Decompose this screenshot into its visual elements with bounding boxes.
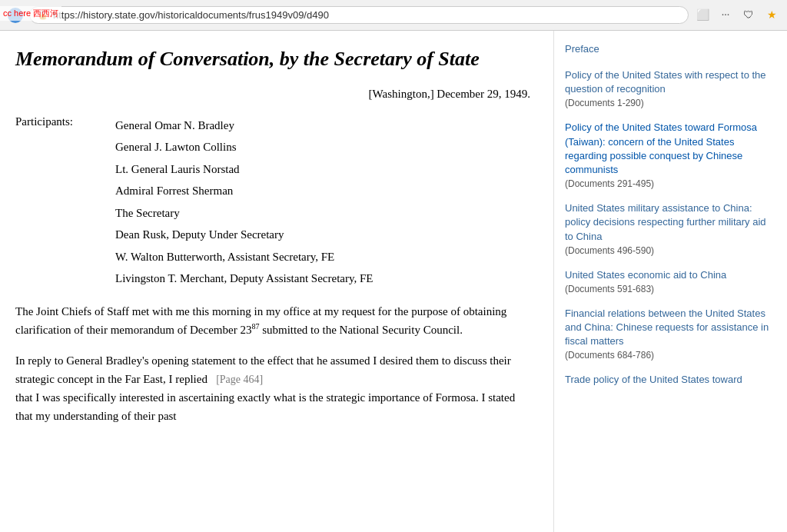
menu-icon[interactable]: ··· (718, 8, 733, 23)
participant-item: Lt. General Lauris Norstad (115, 158, 374, 181)
sidebar-link-item-financial[interactable]: Financial relations between the United S… (565, 307, 776, 349)
sidebar-item-item-recognition: Policy of the United States with respect… (565, 68, 776, 108)
sidebar-link-item-trade[interactable]: Trade policy of the United States toward (565, 373, 776, 387)
sidebar-item-item-financial: Financial relations between the United S… (565, 307, 776, 361)
participants-list: General Omar N. BradleyGeneral J. Lawton… (115, 115, 374, 290)
participant-item: General Omar N. Bradley (115, 115, 374, 137)
bookmark-icon[interactable]: ⬜ (695, 8, 710, 23)
participant-item: Admiral Forrest Sherman (115, 180, 374, 202)
sidebar-link-item-recognition[interactable]: Policy of the United States with respect… (565, 68, 776, 96)
body-paragraph-1: The Joint Chiefs of Staff met with me th… (15, 302, 530, 339)
sidebar-meta-item-military-aid: (Documents 496-590) (565, 245, 776, 256)
sidebar-meta-item-recognition: (Documents 1-290) (565, 98, 776, 108)
participant-item: W. Walton Butterworth, Assistant Secreta… (115, 246, 374, 268)
browser-toolbar: 🔒 https://history.state.gov/historicaldo… (0, 0, 787, 31)
page-reference: [Page 464] (216, 374, 263, 385)
participant-item: Livingston T. Merchant, Deputy Assistant… (115, 268, 374, 290)
participants-label: Participants: (15, 115, 115, 290)
star-icon[interactable]: ★ (764, 8, 779, 23)
participant-item: The Secretary (115, 202, 374, 224)
participant-item: General J. Lawton Collins (115, 136, 374, 158)
document-date: [Washington,] December 29, 1949. (15, 88, 530, 101)
url-bar[interactable]: 🔒 https://history.state.gov/historicaldo… (29, 6, 689, 24)
url-text: https://history.state.gov/historicaldocu… (53, 9, 329, 21)
sidebar-meta-item-economic-aid: (Documents 591-683) (565, 284, 776, 294)
shield-icon[interactable]: 🛡 (741, 8, 756, 23)
page-container: Memorandum of Conversation, by the Secre… (0, 31, 787, 532)
participant-item: Dean Rusk, Deputy Under Secretary (115, 224, 374, 246)
sidebar-item-item-military-aid: United States military assistance to Chi… (565, 201, 776, 256)
document-title: Memorandum of Conversation, by the Secre… (15, 46, 530, 72)
browser-actions: ⬜ ··· 🛡 ★ (695, 8, 779, 23)
footnote-ref: 87 (251, 322, 259, 331)
sidebar-link-item-economic-aid[interactable]: United States economic aid to China (565, 268, 776, 282)
body-paragraph-2: In reply to General Bradley's opening st… (15, 351, 530, 425)
sidebar-item-item-economic-aid: United States economic aid to China(Docu… (565, 268, 776, 294)
sidebar-item-item-trade: Trade policy of the United States toward (565, 373, 776, 387)
sidebar-link-item-formosa[interactable]: Policy of the United States toward Formo… (565, 121, 776, 177)
sidebar-preface-link[interactable]: Preface (565, 43, 776, 55)
sidebar-link-item-military-aid[interactable]: United States military assistance to Chi… (565, 201, 776, 244)
sidebar-meta-item-financial: (Documents 684-786) (565, 350, 776, 361)
sidebar-meta-item-formosa: (Documents 291-495) (565, 178, 776, 189)
main-content: Memorandum of Conversation, by the Secre… (0, 31, 553, 532)
participants-block: Participants: General Omar N. BradleyGen… (15, 115, 530, 290)
sidebar-item-item-formosa: Policy of the United States toward Formo… (565, 121, 776, 189)
sidebar: Preface Policy of the United States with… (553, 31, 787, 532)
sidebar-items-container: Policy of the United States with respect… (565, 68, 776, 387)
watermark: cc here 西西河 (0, 6, 61, 21)
